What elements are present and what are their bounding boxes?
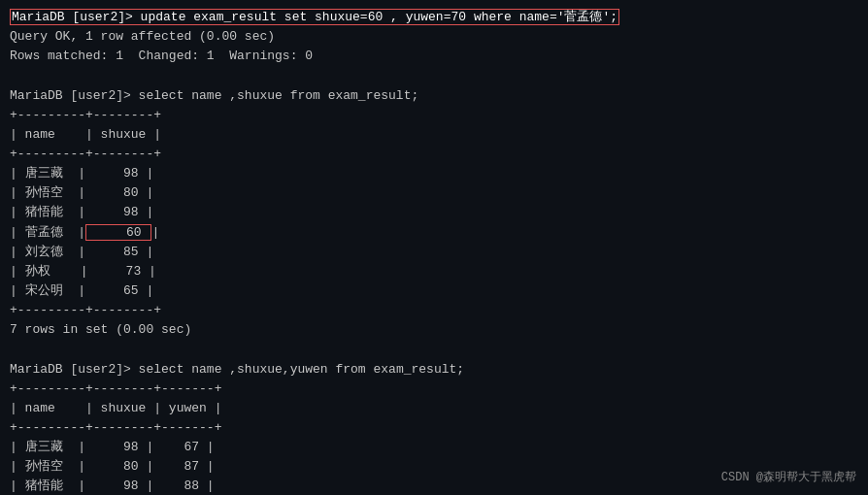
line-5: MariaDB [user2]> select name ,shuxue fro… [10, 86, 858, 106]
update-command-highlight: MariaDB [user2]> update exam_result set … [10, 9, 619, 25]
terminal-window: MariaDB [user2]> update exam_result set … [0, 0, 868, 495]
line-6: +---------+--------+ [10, 106, 858, 125]
line-22: +---------+--------+-------+ [10, 418, 858, 438]
shuxue-value-highlight: 60 [85, 224, 151, 241]
line-13: | 刘玄德 | 85 | [10, 243, 858, 262]
line-23: | 唐三藏 | 98 | 67 | [10, 438, 858, 457]
line-7: | name | shuxue | [10, 125, 858, 145]
line-11: | 猪悟能 | 98 | [10, 203, 858, 222]
line-18 [10, 340, 858, 359]
line-4 [10, 66, 858, 85]
line-17: 7 rows in set (0.00 sec) [10, 320, 858, 340]
line-12: | 菅孟德 | 60 | [10, 223, 858, 243]
line-10: | 孙悟空 | 80 | [10, 183, 858, 203]
watermark: CSDN @森明帮大于黑虎帮 [721, 469, 856, 485]
line-2: Query OK, 1 row affected (0.00 sec) [10, 27, 858, 47]
line-1: MariaDB [user2]> update exam_result set … [10, 8, 858, 27]
line-9: | 唐三藏 | 98 | [10, 164, 858, 183]
line-19: MariaDB [user2]> select name ,shuxue,yuw… [10, 360, 858, 380]
line-14: | 孙权 | 73 | [10, 262, 858, 281]
line-16: +---------+--------+ [10, 301, 858, 320]
line-3: Rows matched: 1 Changed: 1 Warnings: 0 [10, 47, 858, 66]
line-20: +---------+--------+-------+ [10, 380, 858, 399]
line-15: | 宋公明 | 65 | [10, 281, 858, 301]
line-8: +---------+--------+ [10, 145, 858, 164]
line-21: | name | shuxue | yuwen | [10, 399, 858, 418]
